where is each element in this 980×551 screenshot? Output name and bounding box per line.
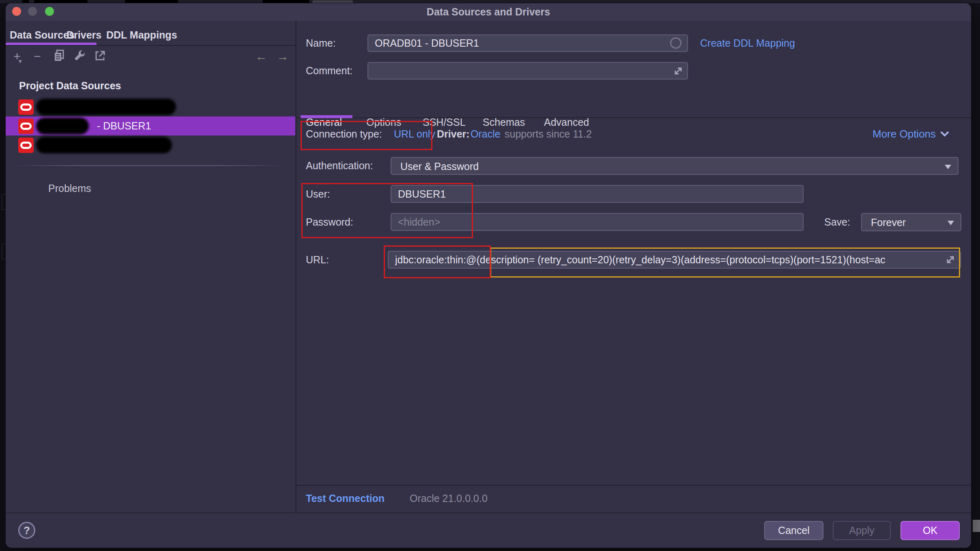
form-panel: Name: Create DDL Mapping Comment: Genera…: [297, 21, 971, 512]
tree-item-problems[interactable]: Problems: [48, 183, 91, 194]
name-field[interactable]: [368, 34, 688, 52]
driver-note: supports since 11.2: [505, 128, 592, 140]
dropdown-arrow-icon: [945, 165, 951, 169]
more-options-label: More Options: [873, 128, 936, 140]
back-arrow-icon[interactable]: ←: [253, 49, 269, 65]
redacted-name: [36, 118, 89, 134]
expand-icon[interactable]: [673, 65, 684, 77]
driver-value-link[interactable]: Oracle: [471, 128, 501, 140]
redacted-name: [36, 99, 176, 115]
data-sources-dialog: Data Sources and Drivers Data Sources Dr…: [6, 3, 971, 548]
tree-group-label: Project Data Sources: [19, 80, 121, 92]
data-source-row[interactable]: [6, 97, 295, 116]
connection-type-label: Connection type:: [306, 128, 382, 140]
left-panel: Data Sources Drivers DDL Mappings +▾ − ←…: [6, 21, 295, 512]
open-in-new-icon[interactable]: [92, 49, 108, 65]
apply-button[interactable]: Apply: [833, 521, 891, 540]
active-form-tab-underline: [301, 115, 352, 118]
data-source-name-suffix: - DBUSER1: [97, 116, 151, 136]
tab-divider-line: [6, 45, 295, 46]
url-field[interactable]: [388, 251, 961, 269]
tab-data-sources[interactable]: Data Sources: [10, 28, 75, 42]
add-data-source-icon[interactable]: +▾: [9, 49, 25, 65]
refresh-ring-icon: [670, 37, 681, 49]
cancel-button[interactable]: Cancel: [764, 521, 823, 540]
more-options-link[interactable]: More Options: [873, 128, 950, 140]
chevron-down-icon: ▾: [19, 54, 22, 69]
authentication-label: Authentication:: [306, 159, 373, 172]
comment-label: Comment:: [306, 65, 352, 77]
expand-icon[interactable]: [945, 254, 956, 265]
footer-separator: [6, 512, 971, 513]
wrench-icon[interactable]: [72, 49, 88, 65]
comment-field[interactable]: [368, 62, 688, 80]
oracle-icon: [18, 99, 34, 115]
form-tab-divider-line: [297, 117, 971, 118]
tab-ddl-mappings[interactable]: DDL Mappings: [106, 28, 177, 42]
user-field[interactable]: [391, 185, 804, 203]
connection-type-value-link[interactable]: URL only: [394, 128, 435, 140]
background-window-strip: [0, 0, 980, 3]
test-connection-separator: [297, 485, 971, 486]
save-label: Save:: [824, 216, 850, 228]
forward-arrow-icon[interactable]: →: [275, 49, 291, 65]
data-source-row-selected[interactable]: - DBUSER1: [6, 116, 295, 136]
name-input[interactable]: [368, 35, 687, 51]
url-input[interactable]: [389, 252, 960, 268]
oracle-icon: [18, 138, 34, 153]
test-connection-link[interactable]: Test Connection: [306, 492, 385, 504]
chevron-down-icon: [940, 131, 950, 137]
user-input[interactable]: [391, 186, 803, 202]
password-field[interactable]: [391, 213, 804, 231]
tree-separator: [12, 165, 286, 166]
background-window-patch: [973, 520, 980, 532]
help-button[interactable]: ?: [18, 522, 35, 539]
dialog-titlebar[interactable]: Data Sources and Drivers: [6, 3, 971, 21]
user-label: User:: [306, 188, 330, 200]
duplicate-icon[interactable]: [51, 49, 67, 65]
ok-button[interactable]: OK: [900, 521, 960, 540]
dropdown-arrow-icon: [948, 221, 954, 225]
save-dropdown[interactable]: Forever: [861, 213, 961, 231]
authentication-dropdown[interactable]: User & Password: [391, 157, 959, 175]
save-value: Forever: [871, 214, 906, 230]
driver-label: Driver:: [437, 128, 470, 140]
data-source-row[interactable]: [6, 136, 295, 155]
create-ddl-mapping-link[interactable]: Create DDL Mapping: [700, 37, 795, 49]
password-input[interactable]: [391, 214, 803, 230]
dialog-title: Data Sources and Drivers: [6, 6, 971, 18]
authentication-value: User & Password: [400, 158, 479, 174]
url-label: URL:: [306, 254, 329, 266]
redacted-name: [36, 137, 172, 153]
name-label: Name:: [306, 37, 336, 49]
oracle-icon: [18, 118, 34, 134]
password-label: Password:: [306, 216, 353, 228]
tab-drivers[interactable]: Drivers: [67, 28, 101, 42]
comment-input[interactable]: [368, 63, 687, 79]
redaction-mark: [312, 0, 353, 3]
remove-data-source-icon[interactable]: −: [29, 49, 45, 65]
server-version-text: Oracle 21.0.0.0.0: [410, 492, 488, 504]
